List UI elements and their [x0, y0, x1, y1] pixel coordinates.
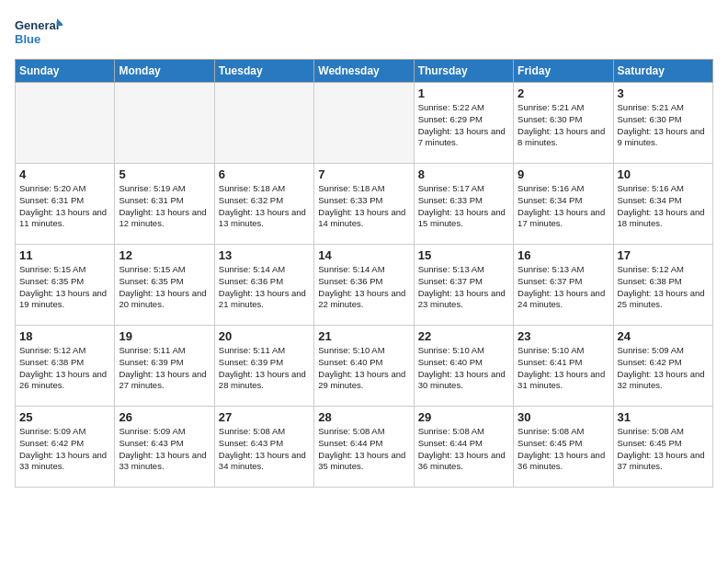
col-header-friday: Friday [514, 60, 613, 83]
day-info: Sunrise: 5:16 AMSunset: 6:34 PMDaylight:… [518, 183, 609, 230]
day-info: Sunrise: 5:10 AMSunset: 6:40 PMDaylight:… [318, 345, 409, 392]
week-row-4: 18Sunrise: 5:12 AMSunset: 6:38 PMDayligh… [16, 326, 713, 407]
day-cell: 18Sunrise: 5:12 AMSunset: 6:38 PMDayligh… [16, 326, 115, 407]
week-row-5: 25Sunrise: 5:09 AMSunset: 6:42 PMDayligh… [16, 407, 713, 488]
day-number: 20 [219, 329, 310, 343]
week-row-1: 1Sunrise: 5:22 AMSunset: 6:29 PMDaylight… [16, 83, 713, 164]
day-info: Sunrise: 5:15 AMSunset: 6:35 PMDaylight:… [119, 264, 210, 311]
day-info: Sunrise: 5:12 AMSunset: 6:38 PMDaylight:… [618, 264, 709, 311]
day-cell: 15Sunrise: 5:13 AMSunset: 6:37 PMDayligh… [414, 245, 513, 326]
day-number: 15 [418, 248, 509, 262]
day-cell: 5Sunrise: 5:19 AMSunset: 6:31 PMDaylight… [115, 164, 214, 245]
day-number: 27 [219, 410, 310, 424]
day-cell: 24Sunrise: 5:09 AMSunset: 6:42 PMDayligh… [613, 326, 712, 407]
day-cell: 13Sunrise: 5:14 AMSunset: 6:36 PMDayligh… [214, 245, 313, 326]
day-cell: 7Sunrise: 5:18 AMSunset: 6:33 PMDaylight… [314, 164, 414, 245]
day-info: Sunrise: 5:09 AMSunset: 6:42 PMDaylight:… [618, 345, 709, 392]
day-number: 31 [618, 410, 709, 424]
day-number: 21 [318, 329, 409, 343]
day-info: Sunrise: 5:08 AMSunset: 6:44 PMDaylight:… [418, 426, 509, 473]
calendar-table: SundayMondayTuesdayWednesdayThursdayFrid… [15, 59, 713, 488]
day-info: Sunrise: 5:13 AMSunset: 6:37 PMDaylight:… [518, 264, 609, 311]
day-cell: 21Sunrise: 5:10 AMSunset: 6:40 PMDayligh… [314, 326, 414, 407]
day-number: 2 [518, 86, 609, 100]
day-info: Sunrise: 5:21 AMSunset: 6:30 PMDaylight:… [518, 102, 609, 149]
day-info: Sunrise: 5:10 AMSunset: 6:40 PMDaylight:… [418, 345, 509, 392]
day-cell: 3Sunrise: 5:21 AMSunset: 6:30 PMDaylight… [613, 83, 712, 164]
day-number: 23 [518, 329, 609, 343]
day-cell: 26Sunrise: 5:09 AMSunset: 6:43 PMDayligh… [115, 407, 214, 488]
day-info: Sunrise: 5:08 AMSunset: 6:43 PMDaylight:… [219, 426, 310, 473]
col-header-tuesday: Tuesday [214, 60, 313, 83]
day-number: 4 [19, 167, 110, 181]
logo: General Blue [15, 15, 63, 52]
day-number: 5 [119, 167, 210, 181]
day-cell: 28Sunrise: 5:08 AMSunset: 6:44 PMDayligh… [314, 407, 414, 488]
day-number: 1 [418, 86, 509, 100]
day-info: Sunrise: 5:09 AMSunset: 6:42 PMDaylight:… [19, 426, 110, 473]
day-number: 7 [318, 167, 409, 181]
logo-svg: General Blue [15, 15, 63, 52]
day-number: 18 [19, 329, 110, 343]
day-cell: 17Sunrise: 5:12 AMSunset: 6:38 PMDayligh… [613, 245, 712, 326]
day-cell: 31Sunrise: 5:08 AMSunset: 6:45 PMDayligh… [613, 407, 712, 488]
day-number: 28 [318, 410, 409, 424]
day-cell [314, 83, 414, 164]
day-cell: 14Sunrise: 5:14 AMSunset: 6:36 PMDayligh… [314, 245, 414, 326]
day-cell [214, 83, 313, 164]
day-cell: 6Sunrise: 5:18 AMSunset: 6:32 PMDaylight… [214, 164, 313, 245]
day-cell: 12Sunrise: 5:15 AMSunset: 6:35 PMDayligh… [115, 245, 214, 326]
day-cell [115, 83, 214, 164]
day-info: Sunrise: 5:14 AMSunset: 6:36 PMDaylight:… [219, 264, 310, 311]
day-cell: 25Sunrise: 5:09 AMSunset: 6:42 PMDayligh… [16, 407, 115, 488]
day-number: 29 [418, 410, 509, 424]
day-number: 9 [518, 167, 609, 181]
col-header-thursday: Thursday [414, 60, 513, 83]
day-number: 8 [418, 167, 509, 181]
day-info: Sunrise: 5:14 AMSunset: 6:36 PMDaylight:… [318, 264, 409, 311]
day-cell: 10Sunrise: 5:16 AMSunset: 6:34 PMDayligh… [613, 164, 712, 245]
day-cell: 30Sunrise: 5:08 AMSunset: 6:45 PMDayligh… [514, 407, 613, 488]
col-header-sunday: Sunday [16, 60, 115, 83]
day-info: Sunrise: 5:08 AMSunset: 6:45 PMDaylight:… [618, 426, 709, 473]
day-number: 17 [618, 248, 709, 262]
day-number: 19 [119, 329, 210, 343]
day-info: Sunrise: 5:19 AMSunset: 6:31 PMDaylight:… [119, 183, 210, 230]
day-cell: 11Sunrise: 5:15 AMSunset: 6:35 PMDayligh… [16, 245, 115, 326]
day-number: 13 [219, 248, 310, 262]
day-info: Sunrise: 5:12 AMSunset: 6:38 PMDaylight:… [19, 345, 110, 392]
col-header-monday: Monday [115, 60, 214, 83]
day-number: 24 [618, 329, 709, 343]
day-number: 6 [219, 167, 310, 181]
day-number: 30 [518, 410, 609, 424]
day-info: Sunrise: 5:13 AMSunset: 6:37 PMDaylight:… [418, 264, 509, 311]
day-number: 11 [19, 248, 110, 262]
page-header: General Blue [15, 15, 713, 52]
day-info: Sunrise: 5:18 AMSunset: 6:32 PMDaylight:… [219, 183, 310, 230]
day-info: Sunrise: 5:20 AMSunset: 6:31 PMDaylight:… [19, 183, 110, 230]
day-cell: 1Sunrise: 5:22 AMSunset: 6:29 PMDaylight… [414, 83, 513, 164]
day-cell: 23Sunrise: 5:10 AMSunset: 6:41 PMDayligh… [514, 326, 613, 407]
day-info: Sunrise: 5:11 AMSunset: 6:39 PMDaylight:… [219, 345, 310, 392]
day-info: Sunrise: 5:08 AMSunset: 6:44 PMDaylight:… [318, 426, 409, 473]
day-info: Sunrise: 5:09 AMSunset: 6:43 PMDaylight:… [119, 426, 210, 473]
day-cell: 16Sunrise: 5:13 AMSunset: 6:37 PMDayligh… [514, 245, 613, 326]
day-number: 22 [418, 329, 509, 343]
svg-text:General: General [15, 18, 59, 32]
day-info: Sunrise: 5:18 AMSunset: 6:33 PMDaylight:… [318, 183, 409, 230]
day-info: Sunrise: 5:15 AMSunset: 6:35 PMDaylight:… [19, 264, 110, 311]
day-number: 16 [518, 248, 609, 262]
day-number: 14 [318, 248, 409, 262]
day-info: Sunrise: 5:08 AMSunset: 6:45 PMDaylight:… [518, 426, 609, 473]
day-info: Sunrise: 5:11 AMSunset: 6:39 PMDaylight:… [119, 345, 210, 392]
day-number: 3 [618, 86, 709, 100]
day-info: Sunrise: 5:21 AMSunset: 6:30 PMDaylight:… [618, 102, 709, 149]
day-cell: 19Sunrise: 5:11 AMSunset: 6:39 PMDayligh… [115, 326, 214, 407]
day-cell: 2Sunrise: 5:21 AMSunset: 6:30 PMDaylight… [514, 83, 613, 164]
day-cell: 20Sunrise: 5:11 AMSunset: 6:39 PMDayligh… [214, 326, 313, 407]
week-row-2: 4Sunrise: 5:20 AMSunset: 6:31 PMDaylight… [16, 164, 713, 245]
day-cell: 4Sunrise: 5:20 AMSunset: 6:31 PMDaylight… [16, 164, 115, 245]
day-info: Sunrise: 5:10 AMSunset: 6:41 PMDaylight:… [518, 345, 609, 392]
svg-text:Blue: Blue [15, 32, 40, 46]
day-cell: 9Sunrise: 5:16 AMSunset: 6:34 PMDaylight… [514, 164, 613, 245]
